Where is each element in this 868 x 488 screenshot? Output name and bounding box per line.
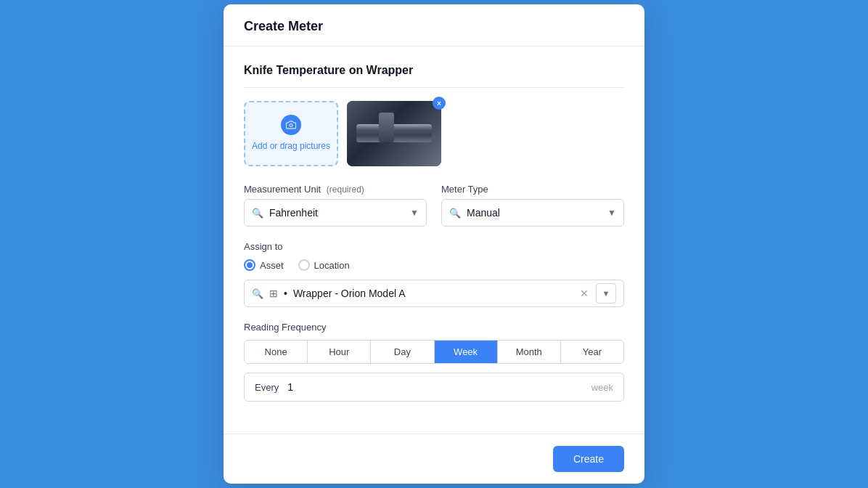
every-input[interactable] bbox=[287, 381, 591, 393]
expand-asset-button[interactable]: ▼ bbox=[596, 283, 616, 304]
modal-footer: Create bbox=[224, 434, 644, 484]
tab-week[interactable]: Week bbox=[435, 341, 498, 363]
radio-location[interactable]: Location bbox=[298, 259, 350, 271]
search-icon: 🔍 bbox=[252, 288, 263, 299]
radio-asset-label: Asset bbox=[260, 260, 284, 271]
every-label: Every bbox=[255, 382, 279, 393]
meter-type-value: Manual bbox=[467, 207, 607, 219]
tab-day[interactable]: Day bbox=[371, 341, 434, 363]
measurement-unit-label: Measurement Unit (required) bbox=[244, 184, 427, 195]
meter-type-group: Meter Type 🔍 Manual ▼ bbox=[441, 184, 624, 227]
frequency-label: Reading Frequency bbox=[244, 322, 624, 333]
svg-point-0 bbox=[290, 124, 292, 127]
create-button[interactable]: Create bbox=[553, 446, 624, 472]
meter-type-select[interactable]: 🔍 Manual ▼ bbox=[441, 199, 624, 227]
tab-none[interactable]: None bbox=[245, 341, 308, 363]
form-subtitle: Knife Temperature on Wrapper bbox=[244, 64, 624, 88]
camera-icon bbox=[281, 115, 301, 135]
measurement-unit-value: Fahrenheit bbox=[269, 207, 410, 219]
frequency-tabs: None Hour Day Week Month Year bbox=[244, 340, 624, 364]
remove-image-button[interactable]: × bbox=[433, 97, 446, 110]
measurement-unit-select[interactable]: 🔍 Fahrenheit ▼ bbox=[244, 199, 427, 227]
search-icon: 🔍 bbox=[252, 208, 263, 219]
fields-row: Measurement Unit (required) 🔍 Fahrenheit… bbox=[244, 184, 624, 227]
image-preview-inner bbox=[347, 101, 441, 166]
every-row: Every week bbox=[244, 373, 624, 402]
radio-location-circle bbox=[298, 259, 310, 271]
image-preview bbox=[347, 101, 441, 166]
radio-asset-circle bbox=[244, 259, 255, 271]
chevron-down-icon: ▼ bbox=[410, 208, 419, 218]
tab-month[interactable]: Month bbox=[498, 341, 561, 363]
radio-group: Asset Location bbox=[244, 259, 624, 271]
radio-asset[interactable]: Asset bbox=[244, 259, 284, 271]
modal-header: Create Meter bbox=[224, 4, 644, 46]
upload-label: Add or drag pictures bbox=[252, 141, 330, 152]
every-unit: week bbox=[591, 382, 613, 393]
image-preview-wrapper: × bbox=[347, 101, 441, 166]
asset-name: Wrapper - Orion Model A bbox=[293, 288, 574, 299]
modal-title: Create Meter bbox=[244, 19, 624, 34]
search-icon: 🔍 bbox=[449, 208, 461, 219]
tab-hour[interactable]: Hour bbox=[308, 341, 371, 363]
assign-to-section: Assign to Asset Location 🔍 ⊞ • Wrapper -… bbox=[244, 241, 624, 307]
image-upload-box[interactable]: Add or drag pictures bbox=[244, 101, 338, 166]
modal-body: Knife Temperature on Wrapper Add or drag… bbox=[224, 46, 644, 434]
image-row: Add or drag pictures × bbox=[244, 101, 624, 166]
chevron-down-icon: ▼ bbox=[607, 208, 616, 218]
asset-bullet: • bbox=[284, 288, 287, 299]
hierarchy-icon: ⊞ bbox=[269, 288, 278, 299]
asset-selector[interactable]: 🔍 ⊞ • Wrapper - Orion Model A ✕ ▼ bbox=[244, 280, 624, 307]
required-indicator: (required) bbox=[327, 184, 364, 195]
assign-to-label: Assign to bbox=[244, 241, 624, 252]
meter-type-label: Meter Type bbox=[441, 184, 624, 195]
reading-frequency-section: Reading Frequency None Hour Day Week Mon… bbox=[244, 322, 624, 402]
image-pipe bbox=[356, 124, 432, 142]
measurement-unit-group: Measurement Unit (required) 🔍 Fahrenheit… bbox=[244, 184, 427, 227]
create-meter-modal: Create Meter Knife Temperature on Wrappe… bbox=[224, 4, 644, 484]
tab-year[interactable]: Year bbox=[561, 341, 623, 363]
clear-asset-button[interactable]: ✕ bbox=[580, 288, 589, 299]
radio-location-label: Location bbox=[314, 260, 350, 271]
